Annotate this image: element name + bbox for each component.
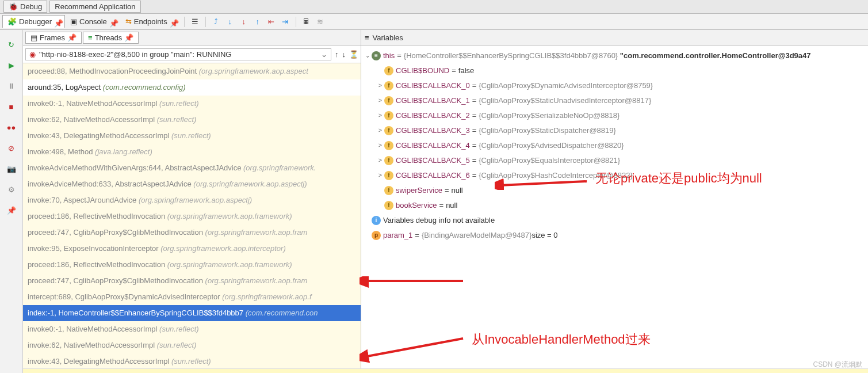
get-thread-dump-button[interactable]: 📷 (6, 163, 17, 174)
stack-frame[interactable]: proceed:747, CglibAopProxy$CglibMethodIn… (23, 224, 361, 241)
stack-frame[interactable]: invoke:62, NativeMethodAccessorImpl (sun… (23, 112, 361, 128)
status-strip (23, 368, 868, 373)
twistie-icon[interactable]: > (376, 155, 384, 166)
field-row[interactable]: >fCGLIB$CALLBACK_6 = {CglibAopProxy$Hash… (361, 168, 868, 183)
field-row[interactable]: >fCGLIB$CALLBACK_1 = {CglibAopProxy$Stat… (361, 93, 868, 108)
stack-frame[interactable]: invoke:95, ExposeInvocationInterceptor (… (23, 241, 361, 257)
frames-icon: ▤ (30, 33, 37, 42)
settings-button[interactable]: ⚙ (6, 184, 17, 195)
stack-frame[interactable]: invokeAdviceMethod:633, AbstractAspectJA… (23, 176, 361, 192)
mute-breakpoints-button[interactable]: ⊘ (6, 143, 17, 153)
twistie-icon[interactable]: > (376, 95, 384, 106)
stack-frame[interactable]: invoke:62, NativeMethodAccessorImpl (sun… (23, 337, 361, 353)
next-frame-button[interactable]: ↓ (342, 50, 346, 59)
stack-frame[interactable]: invoke:43, DelegatingMethodAccessorImpl … (23, 353, 361, 370)
stack-frame[interactable]: proceed:747, CglibAopProxy$CglibMethodIn… (23, 273, 361, 289)
field-icon: f (384, 156, 393, 165)
pause-button[interactable]: ⏸ (6, 81, 17, 91)
debug-left-rail: ↻ ▶ ⏸ ■ ●● ⊘ 📷 ⚙ 📌 (0, 30, 23, 373)
twistie-icon[interactable]: > (376, 80, 384, 92)
tab-debug[interactable]: 🐞Debug (3, 1, 47, 13)
editor-tabs: 🐞Debug Recommend Application (0, 0, 868, 14)
step-out-icon[interactable]: ↑ (253, 17, 262, 26)
separator (296, 17, 296, 27)
stack-frame[interactable]: invokeAdviceMethodWithGivenArgs:644, Abs… (23, 160, 361, 176)
force-step-into-icon[interactable]: ↓ (239, 17, 248, 26)
pin-icon: 📌 (124, 33, 133, 42)
field-icon: f (384, 96, 393, 105)
twistie-icon[interactable]: ⌄ (364, 50, 372, 62)
field-icon: f (384, 111, 393, 120)
variables-header: ≡ Variables (361, 30, 868, 46)
separator (184, 17, 185, 27)
twistie-icon[interactable]: > (376, 110, 384, 121)
stack-frame[interactable]: proceed:186, ReflectiveMethodInvocation … (23, 208, 361, 224)
frame-list[interactable]: proceed:88, MethodInvocationProceedingJo… (23, 63, 361, 373)
chevron-down-icon: ⌄ (321, 50, 327, 59)
view-breakpoints-button[interactable]: ●● (6, 122, 17, 132)
field-row[interactable]: fswiperService = null (361, 183, 868, 198)
field-row[interactable]: >fCGLIB$CALLBACK_5 = {CglibAopProxy$Equa… (361, 153, 868, 168)
debug-toolbar: 🧩Debugger📌 ▣Console📌 ⇆Endpoints📌 ☰ ⤴ ↓ ↓… (0, 14, 868, 30)
stack-frame[interactable]: invoke:70, AspectJAroundAdvice (org.spri… (23, 192, 361, 208)
tab-threads[interactable]: ≡Threads📌 (83, 32, 139, 44)
watermark: CSDN @流烟默 (813, 360, 862, 370)
debugger-icon: 🧩 (7, 17, 17, 26)
prev-frame-button[interactable]: ↑ (335, 50, 339, 59)
threads-icon: ≡ (88, 33, 93, 42)
tab-debugger[interactable]: 🧩Debugger📌 (2, 15, 65, 28)
pin-button[interactable]: 📌 (6, 205, 17, 215)
thread-select[interactable]: ◉ "http-nio-8188-exec-2"@8,500 in group … (25, 48, 331, 60)
tab-app[interactable]: Recommend Application (49, 1, 140, 13)
stack-frame[interactable]: invoke:498, Method (java.lang.reflect) (23, 144, 361, 160)
var-param[interactable]: p param_1 = {BindingAwareModelMap@9487} … (361, 228, 868, 243)
debug-icon: 🐞 (9, 2, 18, 11)
stack-frame[interactable]: invoke0:-1, NativeMethodAccessorImpl (su… (23, 321, 361, 337)
field-row[interactable]: fbookService = null (361, 198, 868, 213)
field-row[interactable]: >fCGLIB$CALLBACK_3 = {CglibAopProxy$Stat… (361, 123, 868, 138)
field-row[interactable]: >fCGLIB$CALLBACK_2 = {CglibAopProxy$Seri… (361, 108, 868, 123)
breakpoint-icon: ◉ (29, 50, 36, 59)
run-to-cursor-icon[interactable]: ⇥ (281, 17, 290, 26)
field-row[interactable]: >fCGLIB$CALLBACK_0 = {CglibAopProxy$Dyna… (361, 78, 868, 93)
drop-frame-icon[interactable]: ⇤ (267, 17, 276, 26)
field-icon: f (384, 81, 393, 90)
field-row[interactable]: fCGLIB$BOUND = false (361, 63, 868, 78)
step-list-icon[interactable]: ☰ (190, 17, 200, 26)
stack-frame[interactable]: intercept:689, CglibAopProxy$DynamicAdvi… (23, 289, 361, 305)
thread-selector-bar: ◉ "http-nio-8188-exec-2"@8,500 in group … (23, 46, 361, 63)
rerun-button[interactable]: ↻ (6, 39, 17, 50)
frames-tabs: ▤Frames📌 ≡Threads📌 (23, 30, 361, 46)
trace-icon[interactable]: ≋ (316, 17, 325, 26)
field-icon: f (384, 201, 393, 210)
twistie-icon[interactable]: > (376, 140, 384, 151)
thread-label: "http-nio-8188-exec-2"@8,500 in group "m… (39, 50, 231, 59)
filter-button[interactable]: ⏳ (349, 50, 358, 59)
stack-frame[interactable]: proceed:186, ReflectiveMethodInvocation … (23, 257, 361, 273)
variables-tree[interactable]: ⌄ ≡ this = {HomeController$$EnhancerBySp… (361, 46, 868, 373)
stack-frame[interactable]: invoke:43, DelegatingMethodAccessorImpl … (23, 128, 361, 144)
tab-frames[interactable]: ▤Frames📌 (25, 32, 82, 44)
stack-frame[interactable]: invoke0:-1, NativeMethodAccessorImpl (su… (23, 96, 361, 112)
var-info: i Variables debug info not available (361, 213, 868, 228)
field-row[interactable]: >fCGLIB$CALLBACK_4 = {CglibAopProxy$Advi… (361, 138, 868, 153)
separator (205, 17, 206, 27)
evaluate-icon[interactable]: 🖩 (302, 17, 311, 26)
endpoints-icon: ⇆ (125, 17, 132, 26)
stack-frame[interactable]: around:35, LogAspect (com.recommend.conf… (23, 79, 361, 96)
stack-frame[interactable]: index:-1, HomeController$$EnhancerBySpri… (23, 305, 361, 321)
field-icon: f (384, 186, 393, 195)
step-into-icon[interactable]: ↓ (225, 17, 235, 26)
field-icon: f (384, 66, 393, 75)
resume-button[interactable]: ▶ (6, 60, 17, 70)
var-this[interactable]: ⌄ ≡ this = {HomeController$$EnhancerBySp… (361, 48, 868, 63)
console-icon: ▣ (70, 17, 77, 26)
tab-endpoints[interactable]: ⇆Endpoints📌 (120, 15, 181, 28)
stop-button[interactable]: ■ (6, 101, 17, 112)
stack-frame[interactable]: proceed:88, MethodInvocationProceedingJo… (23, 63, 361, 79)
step-over-icon[interactable]: ⤴ (212, 17, 221, 26)
field-icon: f (384, 171, 393, 180)
tab-console[interactable]: ▣Console📌 (65, 15, 120, 28)
twistie-icon[interactable]: > (376, 125, 384, 136)
twistie-icon[interactable]: > (376, 170, 384, 181)
